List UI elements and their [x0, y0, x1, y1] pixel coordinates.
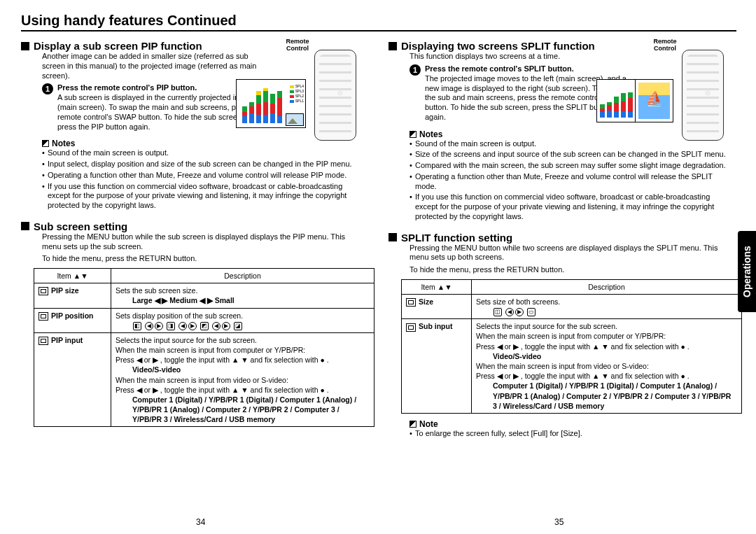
pip-step1-body: A sub screen is displayed in the current…	[57, 93, 264, 132]
pip-input-option: Computer 1 (Digital) / Y/PB/PR 1 (Digita…	[115, 395, 370, 425]
page-title: Using handy features Continued	[21, 13, 736, 31]
split-size-icon: ◫	[493, 308, 502, 316]
pip-input-line: Press ◀ or ▶ , toggle the input with ▲ ▼…	[115, 386, 329, 394]
pip-input-line: When the main screen is input from compu…	[115, 346, 305, 354]
position-icon: ◨	[167, 322, 175, 330]
pip-size-label: PIP size	[51, 286, 79, 295]
section-title-subscreen: Sub screen setting	[34, 220, 127, 232]
subscreen-body1: Pressing the MENU button while the sub s…	[42, 232, 365, 252]
note-item: Operating a function other than Mute, Fr…	[42, 171, 363, 181]
note-item: If you use this function on commercial v…	[42, 182, 363, 211]
table-header: Item ▲▼	[402, 279, 472, 294]
left-column: Remote Control Display a sub screen PIP …	[21, 37, 369, 440]
split-step1-title: Press the remote control's SPLIT button.	[425, 64, 631, 73]
table-header: Description	[472, 279, 742, 294]
section-title-split: Displaying two screens SPLIT function	[401, 40, 595, 52]
pip-position-label: PIP position	[51, 311, 93, 320]
pip-settings-table: Item ▲▼ Description PIP size Sets the su…	[34, 268, 374, 427]
remote-control-label: Remote Control	[284, 38, 312, 52]
note-item: Input select, display position and size …	[42, 160, 363, 169]
position-icon: ◪	[234, 322, 242, 330]
right-arrow-icon: ▶	[515, 308, 524, 316]
page-number-right: 35	[554, 517, 564, 527]
step-number-icon: 1	[42, 83, 53, 94]
pip-size-icon	[38, 287, 48, 295]
sub-input-icon	[406, 323, 416, 332]
section-marker-icon	[388, 233, 397, 241]
pip-intro: Another image can be added in smaller si…	[42, 52, 264, 80]
sub-input-label: Sub input	[419, 322, 452, 330]
split-settings-table: Item ▲▼ Description Size Sets size of bo…	[401, 279, 742, 414]
pip-input-option: Video/S-video	[115, 365, 181, 374]
split-setting-body2: To hide the menu, press the RETURN butto…	[410, 265, 732, 275]
split-note-title: Note	[419, 419, 438, 429]
sub-input-line: Press ◀ or ▶ , toggle the input with ▲ ▼…	[476, 342, 690, 351]
notes-marker-icon	[42, 140, 49, 147]
position-icon: ◧	[133, 322, 141, 330]
note-item: Compared with the main screen, the sub s…	[410, 161, 731, 171]
split-notes-title: Notes	[419, 129, 442, 139]
note-item: Sound of the main screen is output.	[410, 139, 731, 149]
note-item: If you use this function on commercial v…	[410, 192, 731, 221]
note-item: Size of the screens and input source of …	[410, 150, 731, 160]
size-label: Size	[419, 297, 433, 306]
section-marker-icon	[21, 222, 29, 230]
right-arrow-icon: ▶	[188, 322, 197, 330]
notes-marker-icon	[410, 131, 416, 138]
page-number-left: 34	[196, 517, 205, 527]
right-arrow-icon: ▶	[155, 322, 163, 330]
pip-input-line: When the main screen is input from video…	[115, 376, 288, 384]
size-icon	[406, 298, 416, 307]
sub-input-option: Computer 1 (Digital) / Y/PB/PR 1 (Digita…	[476, 381, 737, 411]
left-arrow-icon: ◀	[178, 322, 187, 330]
notes-marker-icon	[410, 421, 416, 428]
step-number-icon: 1	[410, 64, 421, 76]
remote-control-illustration	[314, 50, 356, 141]
section-marker-icon	[388, 42, 397, 50]
table-header: Item ▲▼	[34, 269, 111, 283]
sub-input-line: Press ◀ or ▶ , toggle the input with ▲ ▼…	[476, 372, 690, 380]
pip-input-icon	[38, 337, 48, 345]
split-setting-body1: Pressing the MENU button while two scree…	[410, 244, 732, 263]
note-item: Sound of the main screen is output.	[42, 148, 363, 158]
table-header: Description	[111, 269, 374, 283]
size-desc: Sets size of both screens.	[476, 297, 560, 306]
right-column: Remote Control Displaying two screens SP…	[388, 37, 736, 440]
sub-input-line: When the main screen is input from compu…	[476, 332, 666, 340]
note-item: Operating a function other than Mute, Fr…	[410, 172, 731, 192]
pip-notes-title: Notes	[52, 139, 75, 148]
side-tab-operations: Operations	[738, 231, 756, 312]
pip-position-desc: Sets display position of the sub screen.	[115, 311, 243, 320]
pip-step1-title: Press the remote control's PIP button.	[57, 83, 264, 92]
split-size-icon: ▭	[527, 308, 536, 316]
left-arrow-icon: ◀	[505, 308, 514, 316]
left-arrow-icon: ◀	[212, 322, 220, 330]
note-item: To enlarge the screen fully, select [Ful…	[410, 429, 731, 439]
section-title-pip: Display a sub screen PIP function	[34, 40, 202, 52]
left-arrow-icon: ◀	[145, 322, 153, 330]
pip-example-illustration: SPL4 SPL3 SPL2 SPL1	[236, 79, 306, 128]
section-title-split-setting: SPLIT function setting	[401, 232, 512, 244]
split-intro: This function displays two screens at a …	[410, 52, 631, 62]
pip-input-label: PIP input	[51, 336, 83, 344]
sub-input-option: Video/S-video	[476, 352, 541, 360]
subscreen-body2: To hide the menu, press the RETURN butto…	[42, 254, 365, 264]
pip-size-desc: Sets the sub screen size.	[115, 286, 197, 295]
remote-control-label: Remote Control	[651, 38, 679, 52]
remote-control-illustration	[682, 50, 724, 141]
position-icon: ◩	[200, 322, 209, 330]
section-marker-icon	[21, 42, 29, 50]
pip-size-options: Large ◀ ▶ Medium ◀ ▶ Small	[115, 296, 234, 304]
right-arrow-icon: ▶	[222, 322, 230, 330]
sub-input-line: When the main screen is input from video…	[476, 362, 649, 370]
split-example-illustration	[596, 79, 673, 122]
sub-input-desc: Selects the input source for the sub scr…	[476, 322, 617, 330]
pip-input-line: Press ◀ or ▶ , toggle the input with ▲ ▼…	[115, 356, 329, 364]
pip-input-desc: Selects the input source for the sub scr…	[115, 336, 257, 344]
pip-position-icon	[38, 312, 48, 321]
